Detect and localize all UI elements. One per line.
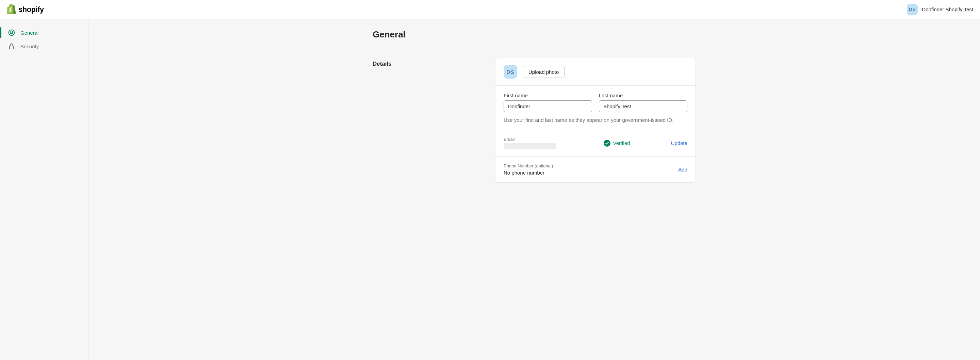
section-label-details: Details <box>372 58 488 183</box>
email-value-redacted <box>504 143 556 150</box>
phone-row: Phone Number (optional) No phone number … <box>495 156 695 182</box>
user-circle-icon <box>8 29 15 36</box>
logo[interactable]: shopify <box>7 4 44 15</box>
add-phone-button[interactable]: Add <box>678 167 687 172</box>
sidebar-item-security[interactable]: Security <box>0 40 88 53</box>
main-content: General Details DS Upload photo First <box>89 19 980 360</box>
verified-text: Verified <box>613 140 630 146</box>
store-name: Doofinder Shopify Test <box>922 6 973 12</box>
email-row: Email Verified <box>495 130 695 156</box>
sidebar-item-label: General <box>21 30 38 36</box>
update-email-button[interactable]: Update <box>671 140 687 146</box>
name-row: First name Last name Use your first and … <box>495 86 695 130</box>
logo-text: shopify <box>18 5 44 14</box>
shopify-logo-icon <box>7 4 16 15</box>
name-help-text: Use your first and last name as they app… <box>504 117 687 123</box>
email-label: Email <box>504 137 604 142</box>
phone-value: No phone number <box>504 170 678 175</box>
header-account[interactable]: DS Doofinder Shopify Test <box>907 4 973 15</box>
svg-rect-2 <box>10 46 14 49</box>
page-title: General <box>372 29 696 48</box>
upload-photo-button[interactable]: Upload photo <box>523 66 565 78</box>
verified-badge: Verified <box>604 140 630 147</box>
sidebar: General Security <box>0 19 89 360</box>
first-name-label: First name <box>504 92 592 98</box>
last-name-label: Last name <box>599 92 687 98</box>
sidebar-item-general[interactable]: General <box>0 26 88 40</box>
check-circle-icon <box>604 140 611 147</box>
sidebar-item-label: Security <box>21 43 39 49</box>
photo-row: DS Upload photo <box>495 58 695 86</box>
last-name-input[interactable] <box>599 100 687 112</box>
header-avatar: DS <box>907 4 918 15</box>
svg-point-1 <box>11 31 13 33</box>
header: shopify DS Doofinder Shopify Test <box>0 0 980 19</box>
profile-avatar: DS <box>504 65 517 79</box>
lock-icon <box>8 43 15 50</box>
phone-label: Phone Number (optional) <box>504 163 678 169</box>
details-card: DS Upload photo First name Last name <box>495 58 696 183</box>
first-name-input[interactable] <box>504 100 592 112</box>
